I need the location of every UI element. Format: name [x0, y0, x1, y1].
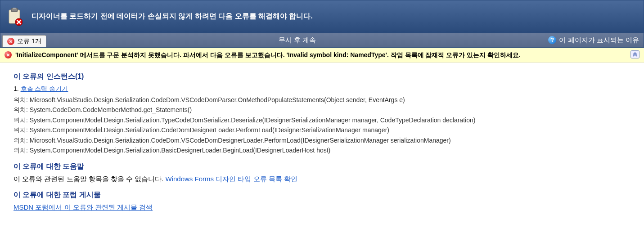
warning-error-icon: ✕ [5, 51, 12, 58]
stack-trace-line: 위치: Microsoft.VisualStudio.Design.Serial… [14, 135, 630, 145]
stack-trace-line: 위치: System.ComponentModel.Design.Seriali… [14, 145, 630, 155]
msdn-forum-link[interactable]: MSDN 포럼에서 이 오류와 관련된 게시물 검색 [14, 203, 153, 211]
warning-message: 'InitializeComponent' 메서드를 구문 분석하지 못했습니다… [15, 50, 627, 60]
forum-section-title: 이 오류에 대한 포럼 게시물 [14, 190, 630, 200]
designer-error-header: 디자이너를 로드하기 전에 데이터가 손실되지 않게 하려면 다음 오류를 해결… [0, 0, 644, 33]
error-badge-icon: ✕ [7, 38, 14, 45]
chevron-up-double-icon [632, 52, 638, 57]
collapse-button[interactable] [630, 50, 639, 58]
toolbar-center: 무시 후 계속 [46, 33, 549, 47]
stack-trace-line: 위치: System.CodeDom.CodeMemberMethod.get_… [14, 105, 630, 115]
help-section-title: 이 오류에 대한 도움말 [14, 162, 630, 171]
svg-rect-2 [13, 8, 16, 9]
warning-bar: ✕ 'InitializeComponent' 메서드를 구문 분석하지 못했습… [0, 48, 644, 63]
toolbar-right: ? 이 페이지가 표시되는 이유 [548, 33, 644, 47]
hide-call-stack-link[interactable]: 호출 스택 숨기기 [21, 85, 68, 92]
designer-toolbar: ✕ 오류 1개 무시 후 계속 ? 이 페이지가 표시되는 이유 [0, 33, 644, 48]
winforms-help-link[interactable]: Windows Forms 디자인 타임 오류 목록 확인 [166, 175, 297, 183]
ignore-continue-link[interactable]: 무시 후 계속 [279, 36, 316, 45]
stack-trace-line: 위치: Microsoft.VisualStudio.Design.Serial… [14, 95, 630, 105]
why-page-shown-link[interactable]: 이 페이지가 표시되는 이유 [559, 36, 639, 45]
header-title: 디자이너를 로드하기 전에 데이터가 손실되지 않게 하려면 다음 오류를 해결… [32, 12, 313, 21]
stack-trace-line: 위치: System.ComponentModel.Design.Seriali… [14, 125, 630, 135]
error-details-content: 이 오류의 인스턴스(1) 1. 호출 스택 숨기기 위치: Microsoft… [0, 63, 644, 221]
clipboard-error-icon [7, 8, 23, 26]
stack-trace-line: 위치: System.ComponentModel.Design.Seriali… [14, 115, 630, 125]
instances-section-title: 이 오류의 인스턴스(1) [14, 72, 630, 81]
errors-tab-label: 오류 1개 [17, 37, 41, 45]
instance-item: 1. 호출 스택 숨기기 [14, 85, 630, 93]
errors-tab[interactable]: ✕ 오류 1개 [2, 35, 46, 47]
help-text-static: 이 오류와 관련된 도움말 항목을 찾을 수 없습니다. [14, 175, 166, 183]
help-text: 이 오류와 관련된 도움말 항목을 찾을 수 없습니다. Windows For… [14, 175, 630, 184]
help-icon: ? [548, 36, 556, 44]
